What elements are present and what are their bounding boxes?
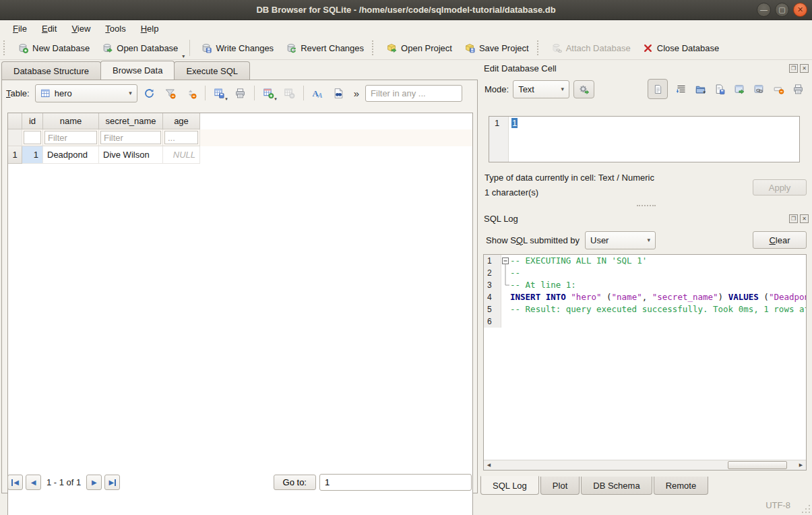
mode-select[interactable]: Text ▾ [513,80,569,98]
clear-filters-button[interactable] [161,84,179,102]
dock-float-icon[interactable]: ❐ [789,64,798,73]
scroll-left-icon[interactable]: ◀ [484,460,494,470]
grid-filter-row [8,129,472,146]
tab-database-structure[interactable]: Database Structure [1,61,101,80]
open-project-button[interactable]: Open Project [380,39,458,57]
scrollbar-thumb[interactable] [728,461,787,469]
pagination-bar: ◀ ◀ 1 - 1 of 1 ▶ ▶ Go to: [2,472,477,493]
toolbar-separator [303,86,304,100]
first-page-button[interactable]: ◀ [7,475,23,490]
sql-log-title: SQL Log [484,214,787,224]
find-in-table-button[interactable] [330,84,348,102]
close-icon[interactable]: ✕ [793,3,807,17]
corner-header[interactable] [8,113,22,129]
table-select[interactable]: hero ▾ [35,84,137,102]
word-wrap-icon[interactable] [676,84,687,94]
menu-tools[interactable]: Tools [98,22,133,35]
set-null-icon[interactable] [773,84,784,95]
window-title: DB Browser for SQLite - /home/user/code/… [256,5,555,15]
filter-input-age[interactable] [164,131,198,144]
toolbar-drag-handle[interactable] [537,40,542,55]
export-table-button[interactable]: ▾ [210,84,228,102]
next-page-button[interactable]: ▶ [86,475,102,490]
toolbar-separator [189,40,190,56]
minimize-icon[interactable]: — [757,3,771,17]
show-sql-select[interactable]: User ▾ [585,231,656,249]
dock-close-icon[interactable]: ✕ [800,214,809,223]
edit-display-format-button[interactable]: AA [309,84,327,102]
cell-name[interactable]: Deadpond [43,146,99,164]
export-data-icon[interactable] [714,84,726,95]
filter-corner [8,129,22,146]
cell-editor[interactable]: 1 1 [489,116,800,162]
tab-execute-sql[interactable]: Execute SQL [174,61,250,80]
menu-help[interactable]: Help [133,22,166,35]
menu-view[interactable]: View [64,22,98,35]
open-in-editor-icon[interactable] [734,84,745,95]
horizontal-scrollbar[interactable]: ◀ ▶ [484,460,806,470]
scroll-right-icon[interactable]: ▶ [796,460,806,470]
save-project-button[interactable]: Save Project [458,39,535,57]
open-database-button[interactable]: Open Database [96,39,184,57]
sql-log-dock-header: SQL Log ❐ ✕ [480,211,812,226]
dock-close-icon[interactable]: ✕ [800,64,809,73]
toolbar-overflow-icon[interactable]: » [350,88,363,99]
dock-tab-plot[interactable]: Plot [540,477,580,495]
resize-grip-icon[interactable] [801,504,810,513]
dock-tab-bar: SQL Log Plot DB Schema Remote [480,477,710,495]
filter-input-secret-name[interactable] [100,131,161,144]
column-header-name[interactable]: name [43,113,99,129]
dock-tab-remote[interactable]: Remote [654,477,709,495]
link-icon[interactable] [753,84,765,95]
gear-icon [578,84,590,95]
delete-record-button [280,84,299,102]
text-mode-toggle[interactable] [648,79,668,99]
edit-cell-title: Edit Database Cell [484,63,787,73]
revert-changes-button[interactable]: Revert Changes [280,39,370,57]
close-database-button[interactable]: Close Database [637,40,726,57]
filter-input-id[interactable] [24,131,41,144]
row-header[interactable]: 1 [8,146,22,164]
editor-content[interactable]: 1 [511,118,518,128]
column-header-secret-name[interactable]: secret_name [99,113,163,129]
menu-edit[interactable]: Edit [34,22,64,35]
print-cell-icon[interactable] [792,84,804,95]
toolbar-drag-handle[interactable] [3,40,8,55]
refresh-button[interactable] [140,84,158,102]
menu-file[interactable]: File [5,22,34,35]
dock-tab-db-schema[interactable]: DB Schema [581,477,652,495]
cell-id[interactable]: 1 [22,146,43,164]
column-header-id[interactable]: id [22,113,43,129]
dock-tab-sql-log[interactable]: SQL Log [480,476,539,495]
print-button[interactable] [231,84,249,102]
filter-input-name[interactable] [44,131,97,144]
chevron-down-icon: ▾ [561,86,565,92]
cell-char-count: 1 character(s) [485,185,654,200]
auto-apply-button[interactable] [573,80,594,98]
goto-input[interactable] [319,474,472,491]
clear-log-button[interactable]: Clear [753,231,807,249]
last-page-button[interactable]: ▶ [104,475,120,490]
maximize-icon[interactable]: ▢ [775,3,789,17]
main-toolbar: New Database Open Database ▾ Write Chang… [0,36,812,60]
import-data-icon[interactable]: ▾ [695,84,706,95]
previous-page-button[interactable]: ◀ [26,475,41,490]
open-database-dropdown-icon[interactable]: ▾ [182,53,185,59]
new-database-button[interactable]: New Database [11,39,96,57]
goto-button[interactable]: Go to: [274,475,316,490]
write-changes-icon [201,42,212,53]
editor-line-number: 1 [489,117,509,162]
cell-age[interactable]: NULL [163,146,200,164]
column-header-age[interactable]: age [163,113,200,129]
sql-log-view[interactable]: 1-- EXECUTING ALL IN 'SQL 1'2--3-- At li… [483,254,807,471]
write-changes-button[interactable]: Write Changes [195,39,280,57]
dock-splitter-handle[interactable] [637,205,656,208]
toolbar-separator [205,86,206,100]
dock-float-icon[interactable]: ❐ [789,214,798,223]
cell-secret-name[interactable]: Dive Wilson [99,146,163,164]
clear-sorting-button[interactable] [182,84,200,102]
tab-browse-data[interactable]: Browse Data [100,61,175,80]
toolbar-drag-handle[interactable] [372,40,377,55]
filter-any-input[interactable] [365,85,462,102]
new-record-button[interactable]: ▾ [259,84,278,102]
